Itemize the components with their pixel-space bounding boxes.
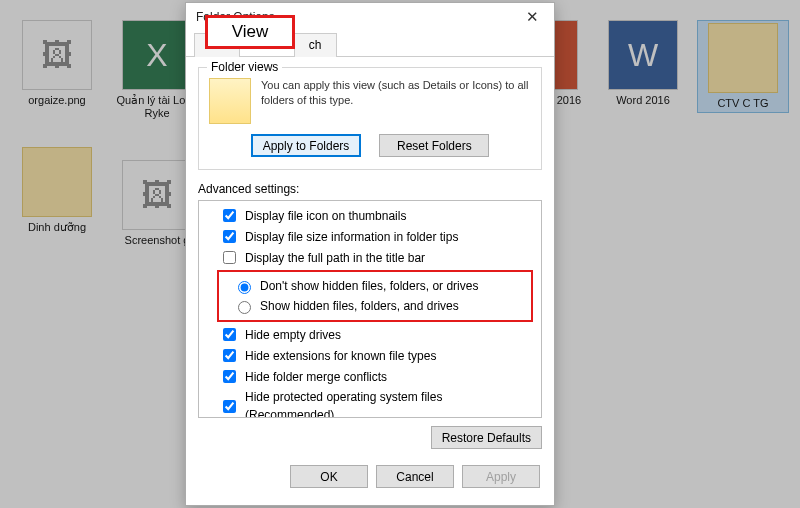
group-title: Folder views xyxy=(207,60,282,74)
checkbox[interactable] xyxy=(223,230,236,243)
folder-views-icon xyxy=(209,78,251,124)
apply-to-folders-button[interactable]: Apply to Folders xyxy=(251,134,362,157)
image-thumb: 🖼 xyxy=(22,20,92,90)
checkbox[interactable] xyxy=(223,349,236,362)
adv-item[interactable]: Display file size information in folder … xyxy=(201,226,539,247)
dialog-footer: OK Cancel Apply xyxy=(186,457,554,488)
folder-options-dialog: Folder Options ✕ Ge View ch Folder views… xyxy=(185,2,555,506)
ok-button[interactable]: OK xyxy=(290,465,368,488)
file-item[interactable]: Dinh dưỡng xyxy=(11,147,103,234)
adv-item-label: Display file icon on thumbnails xyxy=(245,207,406,225)
file-label: Word 2016 xyxy=(616,94,670,107)
adv-item-label: Display file size information in folder … xyxy=(245,228,458,246)
reset-folders-button[interactable]: Reset Folders xyxy=(379,134,489,157)
folder-icon xyxy=(22,147,92,217)
folder-views-group: Folder views You can apply this view (su… xyxy=(198,67,542,170)
view-tab-callout: View xyxy=(205,15,295,49)
folder-views-text: You can apply this view (such as Details… xyxy=(261,78,531,108)
close-button[interactable]: ✕ xyxy=(516,6,548,28)
adv-item[interactable]: Hide protected operating system files (R… xyxy=(201,387,539,418)
adv-item-label: Hide protected operating system files (R… xyxy=(245,388,535,418)
excel-icon: X xyxy=(122,20,192,90)
word-icon: W xyxy=(608,20,678,90)
restore-defaults-button[interactable]: Restore Defaults xyxy=(431,426,542,449)
callout-label: View xyxy=(232,22,269,42)
advanced-settings-list[interactable]: Display file icon on thumbnails Display … xyxy=(198,200,542,418)
cancel-button[interactable]: Cancel xyxy=(376,465,454,488)
close-icon: ✕ xyxy=(526,8,539,26)
checkbox[interactable] xyxy=(223,400,236,413)
adv-item-label: Don't show hidden files, folders, or dri… xyxy=(260,277,478,295)
checkbox[interactable] xyxy=(223,251,236,264)
checkbox[interactable] xyxy=(223,328,236,341)
adv-item[interactable]: Display the full path in the title bar xyxy=(201,247,539,268)
tab-search[interactable]: ch xyxy=(294,33,337,57)
adv-item[interactable]: Hide extensions for known file types xyxy=(201,345,539,366)
adv-item-label: Hide extensions for known file types xyxy=(245,347,436,365)
adv-item-label: Show hidden files, folders, and drives xyxy=(260,297,459,315)
adv-item-radio[interactable]: Show hidden files, folders, and drives xyxy=(221,296,529,316)
file-label: Screenshot g xyxy=(125,234,190,247)
file-item[interactable]: CTV C TG xyxy=(697,20,789,113)
image-thumb: 🖼 xyxy=(122,160,192,230)
checkbox[interactable] xyxy=(223,209,236,222)
adv-item[interactable]: Display file icon on thumbnails xyxy=(201,205,539,226)
file-item[interactable]: W Word 2016 xyxy=(597,20,689,107)
file-item[interactable]: 🖼 orgaize.png xyxy=(11,20,103,107)
file-label: Dinh dưỡng xyxy=(28,221,86,234)
folder-icon xyxy=(708,23,778,93)
file-label: orgaize.png xyxy=(28,94,86,107)
radio-show-hidden[interactable] xyxy=(238,301,251,314)
adv-item-radio[interactable]: Don't show hidden files, folders, or dri… xyxy=(221,276,529,296)
advanced-settings-label: Advanced settings: xyxy=(198,182,542,196)
apply-button[interactable]: Apply xyxy=(462,465,540,488)
hidden-files-radio-group-highlight: Don't show hidden files, folders, or dri… xyxy=(217,270,533,322)
dialog-body: Folder views You can apply this view (su… xyxy=(186,57,554,457)
radio-dont-show-hidden[interactable] xyxy=(238,281,251,294)
adv-item-label: Display the full path in the title bar xyxy=(245,249,425,267)
file-label: CTV C TG xyxy=(717,97,768,110)
checkbox[interactable] xyxy=(223,370,236,383)
adv-item-label: Hide empty drives xyxy=(245,326,341,344)
adv-item-label: Hide folder merge conflicts xyxy=(245,368,387,386)
adv-item[interactable]: Hide folder merge conflicts xyxy=(201,366,539,387)
adv-item[interactable]: Hide empty drives xyxy=(201,324,539,345)
